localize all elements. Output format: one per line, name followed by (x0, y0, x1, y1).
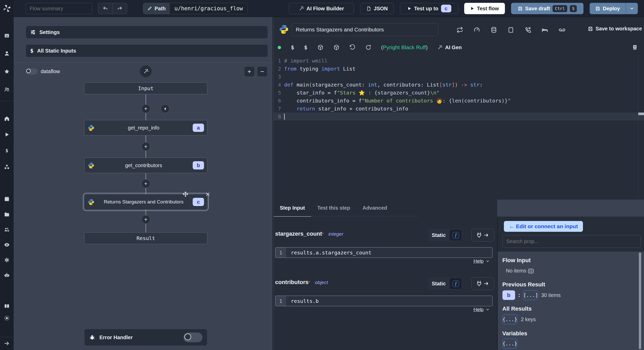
error-handler-toggle[interactable] (183, 332, 202, 342)
static-expr-toggle[interactable]: Static f (428, 277, 463, 290)
tab-test-this-step[interactable]: Test this step (311, 200, 356, 217)
early-stop-gauge-icon[interactable] (473, 27, 480, 33)
deploy-button[interactable]: Deploy (590, 3, 626, 14)
flow-node-input[interactable]: Input (84, 82, 207, 94)
prop-search-input[interactable] (502, 235, 641, 248)
retries-icon[interactable] (456, 27, 463, 33)
flow-settings-button[interactable]: Settings (26, 26, 268, 39)
collapsed-object-chip[interactable]: {...} (502, 339, 517, 348)
resources-icon[interactable] (0, 162, 14, 172)
previous-result-step-badge[interactable]: b (502, 290, 515, 300)
collapsed-array-chip[interactable]: [...] (523, 290, 538, 300)
code-line-3[interactable]: 3 (274, 73, 644, 81)
json-button[interactable]: JSON (360, 3, 394, 14)
error-handler-node[interactable]: Error Handler (84, 329, 207, 346)
expr-mode-segment[interactable]: f (450, 278, 462, 289)
path-chip[interactable]: Path u/henri/gracious_flow (143, 3, 248, 14)
zoom-out-button[interactable] (257, 66, 267, 77)
package-icon[interactable] (317, 44, 324, 50)
undo-button[interactable] (98, 3, 113, 14)
minus-icon (260, 69, 265, 74)
dataflow-toggle[interactable] (26, 68, 38, 75)
delete-step-button[interactable] (205, 192, 210, 197)
expression-input[interactable]: 1 results.a.stargazers_count (275, 247, 493, 258)
code-line-2[interactable]: 2from typing import List (274, 65, 644, 73)
flow-summary-input[interactable] (26, 3, 92, 14)
ai-gen-button[interactable]: AI Gen (437, 45, 462, 50)
help-link[interactable]: Help (473, 307, 490, 312)
code-assistants-status[interactable]: (Pyright Black Ruff) (381, 44, 428, 50)
folders-icon[interactable] (0, 210, 14, 219)
add-step-button[interactable] (141, 104, 150, 113)
save-draft-button[interactable]: Save draft Ctrl S (511, 3, 583, 14)
docs-icon[interactable] (0, 301, 14, 311)
step-id-badge: a (193, 124, 204, 132)
cache-database-icon[interactable] (490, 27, 497, 33)
groups-icon[interactable] (0, 85, 14, 94)
expr-mode-segment[interactable]: f (450, 230, 462, 241)
deploy-dropdown-button[interactable] (626, 3, 638, 14)
ai-wand-button[interactable] (140, 65, 152, 78)
editor-scrollbar-track[interactable] (638, 55, 638, 199)
reset-icon[interactable] (349, 44, 355, 50)
tab-step-input[interactable]: Step Input (274, 200, 311, 217)
help-link[interactable]: Help (473, 258, 490, 264)
code-line-8[interactable]: 8 (274, 113, 644, 121)
script-library-icon[interactable] (632, 44, 638, 50)
home-icon[interactable] (0, 114, 14, 123)
flow-node-step-a[interactable]: get_repo_info a (84, 120, 207, 135)
lifetime-voicemail-icon[interactable] (558, 26, 566, 33)
editor-scrollbar-marker[interactable] (638, 113, 644, 115)
step-title-input[interactable] (292, 23, 438, 36)
ai-flow-builder-button[interactable]: AI Flow Builder (289, 3, 354, 14)
all-static-inputs-button[interactable]: $ All Static Inputs (26, 44, 268, 57)
schedules-icon[interactable] (0, 194, 14, 203)
package-icon[interactable] (333, 44, 340, 50)
user-icon[interactable] (0, 49, 14, 58)
edit-or-connect-button[interactable]: ← Edit or connect an input (504, 221, 583, 232)
collapsed-object-chip[interactable]: {...} (502, 314, 517, 324)
static-expr-toggle[interactable]: Static f (428, 229, 463, 242)
save-to-workspace-button[interactable]: Save to workspace (588, 26, 642, 32)
props-scrollbar[interactable] (639, 252, 641, 349)
reload-icon[interactable] (365, 44, 371, 50)
tab-advanced[interactable]: Advanced (356, 200, 393, 217)
code-line-4[interactable]: 4def main(stargazers_count: int, contrib… (274, 81, 644, 89)
flow-node-step-b[interactable]: get_contributors b (84, 158, 207, 173)
theme-toggle-icon[interactable] (0, 313, 14, 323)
test-flow-button[interactable]: Test flow (464, 3, 505, 14)
suspend-phone-icon[interactable] (524, 27, 531, 33)
add-step-button[interactable] (141, 179, 150, 188)
workers-icon[interactable] (0, 225, 14, 234)
field-type: integer (328, 231, 343, 237)
variables-icon[interactable]: $ (0, 146, 14, 155)
add-step-button[interactable] (141, 215, 150, 224)
settings-icon[interactable] (0, 255, 14, 264)
audit-logs-icon[interactable] (0, 240, 14, 249)
redo-button[interactable] (113, 3, 127, 14)
add-step-button[interactable] (141, 142, 150, 151)
mock-icon[interactable] (507, 27, 514, 33)
app-logo[interactable] (0, 0, 14, 17)
flow-node-result[interactable]: Result (84, 232, 207, 244)
runs-icon[interactable] (0, 130, 14, 139)
sleep-bed-icon[interactable] (541, 27, 548, 33)
code-line-5[interactable]: 5 star_info = f"Stars ⭐ : {stargazers_co… (274, 89, 644, 97)
code-line-7[interactable]: 7 return star_info + contributors_info (274, 105, 644, 113)
code-line-6[interactable]: 6 contributors_info = f"Number of contri… (274, 97, 644, 105)
test-up-to-button[interactable]: Test up to c (400, 3, 459, 14)
favorites-icon[interactable] (0, 67, 14, 76)
code-editor[interactable]: 1# import wmill2from typing import List3… (274, 55, 644, 199)
flow-node-step-c-selected[interactable]: Returns Stargazers and Contributors c (84, 194, 207, 210)
workspace-icon[interactable] (0, 31, 14, 40)
connect-input-button[interactable] (471, 277, 494, 290)
zoom-in-button[interactable] (244, 66, 255, 77)
ai-icon[interactable] (0, 270, 14, 280)
flow-input-empty: No items ([]) (506, 268, 534, 274)
move-step-handle[interactable] (182, 191, 189, 197)
code-line-1[interactable]: 1# import wmill (274, 57, 644, 65)
expand-sidebar-icon[interactable] (0, 339, 14, 348)
connect-input-button[interactable] (471, 229, 494, 242)
trigger-button[interactable] (161, 104, 170, 113)
expression-input[interactable]: 1 results.b (275, 296, 493, 306)
